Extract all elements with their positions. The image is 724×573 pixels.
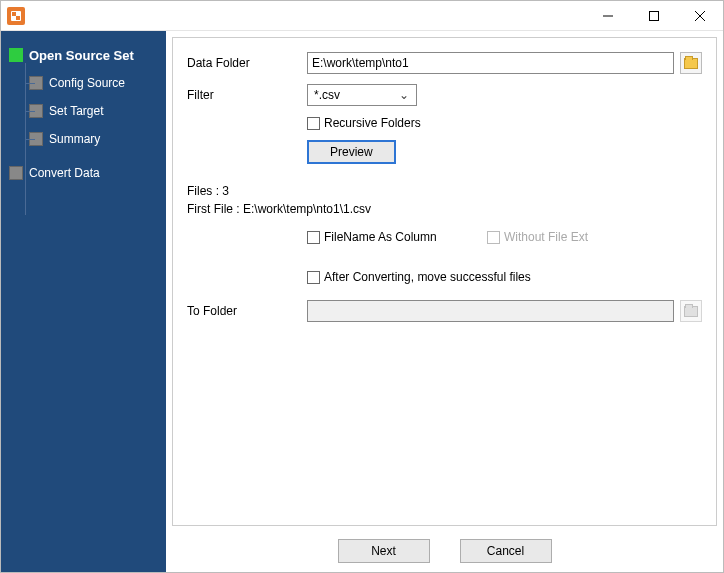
preview-row: Preview — [187, 140, 702, 164]
to-folder-label: To Folder — [187, 304, 307, 318]
checkbox-icon — [307, 271, 320, 284]
node-icon — [9, 166, 23, 180]
filter-label: Filter — [187, 88, 307, 102]
data-folder-row: Data Folder — [187, 52, 702, 74]
recursive-label: Recursive Folders — [324, 116, 421, 130]
svg-rect-1 — [650, 11, 659, 20]
window-controls — [585, 1, 723, 31]
after-convert-row: After Converting, move successful files — [187, 270, 702, 284]
sidebar-item-label: Config Source — [49, 76, 125, 90]
filter-combo[interactable]: *.csv ⌄ — [307, 84, 417, 106]
browse-data-folder-button[interactable] — [680, 52, 702, 74]
data-folder-label: Data Folder — [187, 56, 307, 70]
browse-to-folder-button — [680, 300, 702, 322]
sidebar-item-label: Summary — [49, 132, 100, 146]
sidebar-item-label: Set Target — [49, 104, 103, 118]
minimize-button[interactable] — [585, 1, 631, 31]
recursive-row: Recursive Folders — [187, 116, 702, 130]
app-icon — [7, 7, 25, 25]
chevron-down-icon: ⌄ — [396, 88, 412, 102]
footer: Next Cancel — [166, 530, 723, 572]
maximize-button[interactable] — [631, 1, 677, 31]
filter-row: Filter *.csv ⌄ — [187, 84, 702, 106]
close-button[interactable] — [677, 1, 723, 31]
data-folder-input[interactable] — [307, 52, 674, 74]
filter-value: *.csv — [314, 88, 340, 102]
after-convert-label: After Converting, move successful files — [324, 270, 531, 284]
sidebar: Open Source Set Config Source Set Target… — [1, 31, 166, 572]
sidebar-item-config-source[interactable]: Config Source — [29, 69, 166, 97]
sidebar-item-convert-data[interactable]: Convert Data — [9, 159, 166, 187]
folder-icon — [684, 306, 698, 317]
filename-col-label: FileName As Column — [324, 230, 437, 244]
sidebar-item-summary[interactable]: Summary — [29, 125, 166, 153]
sidebar-item-set-target[interactable]: Set Target — [29, 97, 166, 125]
files-count-line: Files : 3 — [187, 184, 702, 198]
titlebar — [1, 1, 723, 31]
filename-as-column-checkbox[interactable]: FileName As Column — [307, 230, 487, 244]
to-folder-row: To Folder — [187, 300, 702, 322]
titlebar-left — [1, 7, 25, 25]
first-file-line: First File : E:\work\temp\nto1\1.csv — [187, 202, 702, 216]
after-converting-checkbox[interactable]: After Converting, move successful files — [307, 270, 531, 284]
folder-icon — [684, 58, 698, 69]
checkbox-icon — [307, 231, 320, 244]
sidebar-item-label: Open Source Set — [29, 48, 134, 63]
sidebar-item-open-source-set[interactable]: Open Source Set — [9, 41, 166, 69]
content-panel: Data Folder Filter *.csv ⌄ Recursive — [172, 37, 717, 526]
without-ext-label: Without File Ext — [504, 230, 588, 244]
app-window: Open Source Set Config Source Set Target… — [0, 0, 724, 573]
sidebar-item-label: Convert Data — [29, 166, 100, 180]
filename-col-row: FileName As Column Without File Ext — [187, 230, 702, 244]
main-area: Data Folder Filter *.csv ⌄ Recursive — [166, 31, 723, 572]
cancel-button[interactable]: Cancel — [460, 539, 552, 563]
without-file-ext-checkbox: Without File Ext — [487, 230, 588, 244]
node-active-icon — [9, 48, 23, 62]
checkbox-icon — [487, 231, 500, 244]
preview-button[interactable]: Preview — [307, 140, 396, 164]
recursive-checkbox[interactable]: Recursive Folders — [307, 116, 421, 130]
to-folder-input — [307, 300, 674, 322]
next-button[interactable]: Next — [338, 539, 430, 563]
body: Open Source Set Config Source Set Target… — [1, 31, 723, 572]
checkbox-icon — [307, 117, 320, 130]
